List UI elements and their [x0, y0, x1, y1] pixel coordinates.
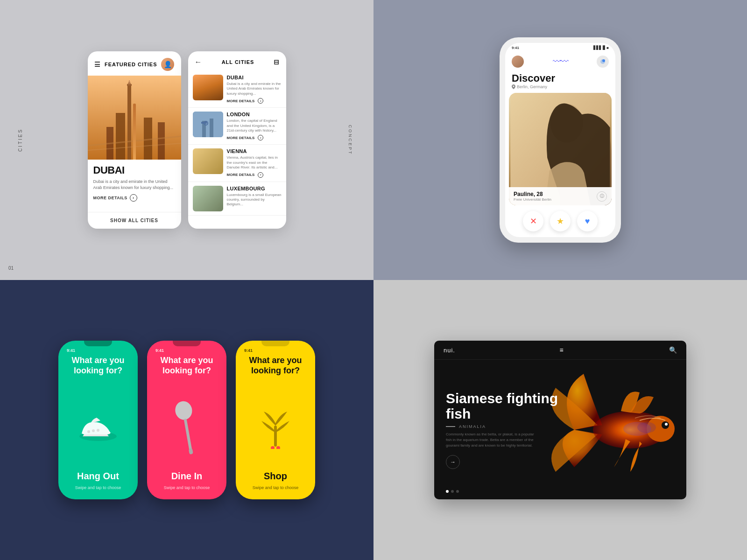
- fish-quadrant: nui. ≡ 🔍 Siamese fighting fish ANIMALIA …: [374, 280, 747, 560]
- dating-header: 〰〰: [505, 50, 615, 70]
- city-list-name: VIENNA: [227, 148, 282, 154]
- fish-nav: nui. ≡ 🔍: [434, 341, 686, 360]
- dating-title-area: Discover Berlin, Germany: [505, 70, 615, 93]
- status-icons: ▋▋▋ ▊ ■: [593, 46, 609, 50]
- dubai-image: [88, 76, 181, 160]
- city-list-desc: Luxembourg is a small European country, …: [227, 193, 282, 207]
- more-details[interactable]: MORE DETAILS ›: [93, 194, 176, 202]
- food-quadrant: 9:41 What are you looking for? Hang Out …: [0, 280, 374, 560]
- city-list-desc: London, the capital of England and the U…: [227, 119, 282, 133]
- phone-time-2: 9:41: [155, 348, 164, 353]
- dislike-button[interactable]: ✕: [523, 211, 543, 231]
- search-icon[interactable]: 🔍: [669, 346, 677, 354]
- hangout-icon-area: [77, 385, 119, 471]
- shop-phone: 9:41 What are you looking for? Shop Swip…: [236, 341, 315, 499]
- svg-rect-14: [210, 119, 213, 137]
- phones-row: ☰ FEATURED CITIES 👤: [88, 51, 286, 229]
- svg-rect-9: [158, 122, 165, 160]
- city-desc: Dubai is a city and emirate in the Unite…: [93, 179, 176, 190]
- menu-icon[interactable]: ☰: [94, 61, 101, 68]
- back-icon[interactable]: ←: [195, 58, 203, 66]
- all-cities-phone: ← ALL CITIES ⊟ DUBAI Dubai is a city and…: [188, 51, 286, 229]
- arrow-button[interactable]: →: [446, 455, 460, 469]
- svg-point-24: [97, 429, 99, 432]
- dot-3[interactable]: [456, 490, 459, 493]
- dating-card-image: Pauline, 28 Freie Universität Berlin ⓘ: [509, 93, 612, 205]
- phone-notch-1: [84, 341, 112, 346]
- dating-actions: ✕ ★ ♥: [505, 205, 615, 237]
- fish-subtitle: ANIMALIA: [446, 424, 563, 429]
- city-list-name: DUBAI: [227, 75, 282, 80]
- city-list-info: DUBAI Dubai is a city and emirate in the…: [227, 75, 282, 104]
- phone-time-3: 9:41: [244, 348, 253, 353]
- luxembourg-thumb: [193, 186, 223, 211]
- svg-rect-5: [129, 80, 130, 82]
- dinein-phone: 9:41 What are you looking for? Dine In S…: [147, 341, 226, 499]
- concept-label: CONCEPT: [347, 125, 352, 155]
- svg-rect-0: [88, 76, 181, 160]
- svg-point-29: [271, 446, 275, 449]
- dating-phone-inner: 9:41 ▋▋▋ ▊ ■ 〰〰 Discover Berlin, Germany: [505, 43, 615, 237]
- question-label-3: What are you looking for?: [236, 356, 315, 376]
- user-name: Pauline, 28: [514, 191, 551, 197]
- svg-point-18: [602, 59, 605, 62]
- featured-title: FEATURED CITIES: [105, 62, 157, 67]
- profile-avatar[interactable]: [512, 56, 524, 68]
- phone-time-1: 9:41: [67, 348, 75, 353]
- svg-point-25: [174, 400, 193, 421]
- info-button[interactable]: ⓘ: [597, 191, 607, 202]
- notification-button[interactable]: [597, 56, 609, 68]
- list-title: ALL CITIES: [222, 59, 254, 65]
- list-item: LUXEMBOURG Luxembourg is a small Europea…: [188, 182, 286, 216]
- hangout-phone: 9:41 What are you looking for? Hang Out …: [58, 341, 138, 499]
- svg-rect-6: [116, 113, 125, 160]
- dating-location: Berlin, Germany: [512, 84, 609, 89]
- hangout-label: Hang Out: [77, 471, 119, 482]
- svg-rect-1: [127, 85, 131, 160]
- nav-menu-icon[interactable]: ≡: [559, 346, 564, 354]
- dot-1[interactable]: [446, 490, 449, 493]
- superlike-button[interactable]: ★: [550, 211, 571, 231]
- show-all-button[interactable]: SHOW ALL CITIES: [88, 212, 181, 229]
- cities-vertical-label: CITIES: [18, 128, 23, 152]
- london-thumb: [193, 112, 223, 137]
- city-list-more[interactable]: MORE DETAILS ›: [227, 135, 282, 140]
- filter-icon[interactable]: ⊟: [274, 58, 280, 66]
- featured-image: [88, 76, 181, 160]
- question-label-2: What are you looking for?: [147, 356, 226, 376]
- svg-rect-26: [184, 419, 192, 451]
- circle-arrow-icon[interactable]: ›: [130, 194, 137, 202]
- question-label-1: What are you looking for?: [58, 356, 138, 376]
- like-button[interactable]: ♥: [577, 211, 598, 231]
- site-logo[interactable]: nui.: [444, 347, 455, 354]
- svg-point-34: [665, 423, 668, 426]
- svg-point-30: [276, 446, 280, 449]
- city-list-name: LONDON: [227, 112, 282, 117]
- fish-title: Siamese fighting fish: [446, 391, 563, 421]
- dating-quadrant: 9:41 ▋▋▋ ▊ ■ 〰〰 Discover Berlin, Germany: [374, 0, 747, 280]
- swipe-text-2: Swipe and tap to choose: [164, 485, 210, 490]
- swipe-text-1: Swipe and tap to choose: [75, 485, 121, 490]
- fish-description: Commonly known as the betta, or plakat, …: [446, 432, 539, 448]
- dot-2[interactable]: [451, 490, 454, 493]
- svg-rect-28: [274, 426, 277, 447]
- dating-card[interactable]: Pauline, 28 Freie Universität Berlin ⓘ: [509, 93, 612, 205]
- dating-phone: 9:41 ▋▋▋ ▊ ■ 〰〰 Discover Berlin, Germany: [500, 37, 621, 243]
- fish-content: Siamese fighting fish ANIMALIA Commonly …: [434, 360, 686, 499]
- city-list-desc: Dubai is a city and emirate in the Unite…: [227, 82, 282, 96]
- dinein-icon-area: [173, 385, 201, 471]
- city-list-name: LUXEMBOURG: [227, 186, 282, 191]
- list-item: LONDON London, the capital of England an…: [188, 108, 286, 145]
- list-phone-header: ← ALL CITIES ⊟: [188, 51, 286, 71]
- city-list-more[interactable]: MORE DETAILS ›: [227, 172, 282, 178]
- status-time: 9:41: [512, 46, 519, 50]
- phone-header: ☰ FEATURED CITIES 👤: [88, 51, 181, 76]
- city-list-more[interactable]: MORE DETAILS ›: [227, 98, 282, 104]
- list-item: VIENNA Vienna, Austria's capital, lies i…: [188, 145, 286, 182]
- svg-rect-12: [193, 112, 223, 137]
- quadrant-number: 01: [8, 266, 14, 271]
- avatar: 👤: [161, 58, 174, 71]
- featured-cities-phone: ☰ FEATURED CITIES 👤: [88, 51, 181, 229]
- dots-navigation: [446, 490, 459, 493]
- svg-point-36: [637, 422, 656, 433]
